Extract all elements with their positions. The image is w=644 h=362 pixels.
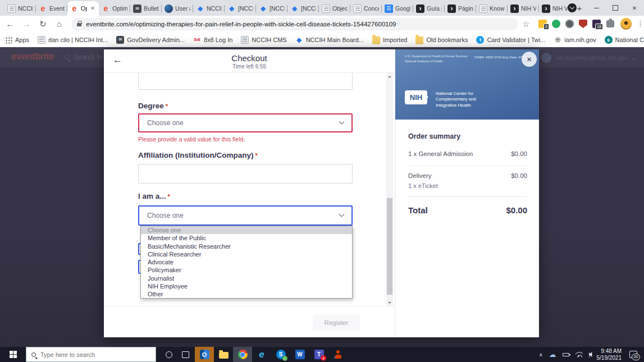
taskbar-app-button[interactable] (233, 347, 252, 362)
action-center-icon[interactable]: 20 (629, 351, 637, 358)
degree-select[interactable]: Choose one (138, 113, 353, 132)
taskbar-app-button[interactable] (271, 347, 290, 362)
order-summary-heading: Order summary (408, 132, 460, 140)
scroll-up-icon[interactable] (386, 73, 393, 80)
wifi-icon[interactable] (576, 352, 583, 358)
dropdown-option[interactable]: Advocate (141, 258, 352, 266)
home-icon[interactable]: ⌂ (53, 17, 66, 31)
dropdown-option[interactable]: Journalist (141, 274, 352, 282)
bookmark-item[interactable]: Old bookmarks (415, 35, 468, 44)
task-view-icon[interactable] (182, 351, 189, 358)
bookmark-item[interactable]: iam.nih.gov (554, 36, 596, 44)
dropdown-option[interactable]: NIH Employee (141, 282, 352, 290)
browser-tab[interactable]: Googl ✕ (382, 1, 413, 16)
taskbar-app-button[interactable] (214, 347, 233, 362)
browser-tab[interactable]: Página ✕ (445, 1, 476, 16)
tab-label: Googl (395, 5, 410, 12)
dropdown-option[interactable]: Basic/Mechanistic Researcher (141, 242, 352, 250)
minimize-button[interactable] (587, 0, 606, 16)
taskbar-search[interactable] (26, 347, 156, 362)
register-button[interactable]: Register (313, 314, 360, 331)
tab-favicon (70, 4, 79, 13)
browser-tab[interactable]: [NCCI ✕ (287, 1, 319, 16)
dropdown-option[interactable]: Choose one (141, 226, 352, 234)
browser-tab[interactable]: Know ✕ (476, 1, 508, 16)
bookmark-item[interactable]: NCCIH CMS (241, 36, 286, 44)
browser-tab[interactable]: Bulleti ✕ (130, 1, 162, 16)
dropdown-option[interactable]: Clinical Researcher (141, 250, 352, 258)
taskbar-clock[interactable]: 9:48 AM 5/19/2021 (597, 348, 622, 361)
chevron-down-icon (339, 118, 345, 124)
tab-search-icon[interactable] (568, 3, 577, 12)
browser-tab[interactable]: Guía s ✕ (413, 1, 445, 16)
tab-label: NIH V (552, 5, 568, 12)
scroll-down-icon[interactable] (386, 299, 393, 306)
extensions-puzzle-icon[interactable] (606, 20, 614, 28)
back-arrow-icon[interactable]: ← (113, 54, 122, 66)
bookmark-favicon (4, 36, 12, 44)
dropdown-option[interactable]: Policymaker (141, 266, 352, 274)
browser-tab[interactable]: Optim ✕ (99, 1, 130, 16)
modal-scrollbar[interactable] (386, 73, 393, 306)
browser-tab[interactable]: NIH V ✕ (539, 1, 570, 16)
bookmark-item[interactable]: Card Validator | Twi... (476, 36, 545, 44)
browser-tab[interactable]: NIH V ✕ (508, 1, 539, 16)
browser-tab[interactable]: User a ✕ (162, 1, 193, 16)
bookmark-star-icon[interactable]: ☆ (522, 20, 529, 29)
extension-button[interactable] (579, 20, 587, 28)
required-asterisk: * (255, 152, 257, 159)
cortana-icon[interactable] (166, 351, 172, 358)
bookmark-item[interactable]: National Center for... (605, 36, 644, 44)
browser-tab[interactable]: Eventb ✕ (36, 1, 67, 16)
browser-tab[interactable]: NCCIH ✕ (4, 1, 36, 16)
extension-button[interactable]: 5 (538, 20, 547, 28)
profile-avatar[interactable] (620, 18, 632, 30)
taskbar-app-button[interactable]: 4 (309, 347, 328, 362)
bookmark-item[interactable]: dan cilo | NCCIH Int... (38, 36, 108, 44)
iama-select[interactable]: Choose one (138, 205, 353, 226)
volume-icon[interactable]: ) (589, 352, 591, 358)
bookmark-item[interactable]: Imported (372, 35, 407, 44)
browser-tab[interactable]: Op ✕ (67, 1, 99, 16)
affiliation-input[interactable] (138, 164, 353, 184)
maximize-button[interactable] (606, 0, 625, 16)
bookmark-label: GovDelivery Admin... (127, 36, 185, 43)
browser-tab[interactable]: [NCCI ✕ (256, 1, 287, 16)
battery-icon[interactable] (563, 353, 569, 356)
modal-close-icon[interactable]: ✕ (522, 52, 537, 67)
url-text: eventbrite.com/e/optimizing-therapies-fo… (86, 21, 396, 28)
bookmark-item[interactable]: GovDelivery Admin... (116, 36, 185, 44)
onedrive-icon[interactable]: ☁ (549, 350, 556, 359)
extension-button[interactable] (565, 20, 574, 28)
taskbar-app-button[interactable] (195, 347, 214, 362)
taskbar-app-button[interactable] (328, 347, 348, 362)
bookmark-item[interactable]: NCCIH Main Board... (295, 36, 364, 44)
tab-close-icon[interactable]: ✕ (89, 5, 96, 12)
dropdown-option[interactable]: Other (141, 290, 352, 298)
tray-expand-icon[interactable]: ∧ (539, 352, 543, 358)
close-window-button[interactable] (625, 0, 644, 16)
browser-tab[interactable]: Objec ✕ (319, 1, 350, 16)
browser-tab[interactable]: Conce ✕ (350, 1, 382, 16)
divider (408, 196, 527, 197)
taskbar-search-input[interactable] (40, 351, 136, 358)
refresh-icon[interactable]: ↻ (36, 17, 49, 31)
extension-button[interactable] (552, 20, 560, 28)
dropdown-option[interactable]: Member of the Public (141, 234, 352, 242)
text-field-partial[interactable] (138, 73, 353, 90)
search-icon (65, 55, 69, 59)
forward-icon[interactable]: → (20, 17, 33, 31)
browser-menu-icon[interactable]: ⋮ (637, 20, 644, 28)
address-bar[interactable]: eventbrite.com/e/optimizing-therapies-fo… (71, 18, 518, 30)
nih-logo: NIH National Center for Complementary an… (405, 90, 476, 108)
back-icon[interactable]: ← (3, 17, 16, 31)
taskbar-app-button[interactable] (252, 347, 271, 362)
start-button[interactable] (0, 347, 26, 362)
scrollbar-thumb[interactable] (387, 198, 392, 295)
browser-tab[interactable]: [NCCI ✕ (225, 1, 256, 16)
browser-tab[interactable]: NCCIH ✕ (193, 1, 225, 16)
taskbar-app-button[interactable] (290, 347, 309, 362)
extension-button[interactable]: 18 (592, 20, 601, 28)
bookmark-item[interactable]: 8x8 Log In (193, 36, 232, 44)
bookmark-item[interactable]: Apps (4, 36, 29, 44)
